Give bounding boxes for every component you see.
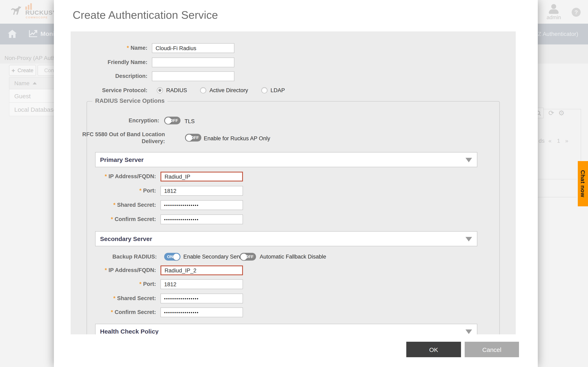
plus-icon: + [11, 67, 15, 74]
name-label: *Name: [73, 43, 147, 53]
screen: RUCKUS' COMMSCOPE ⚙ admin ? Monito [0, 0, 588, 367]
secondary-server-section-header[interactable]: Secondary Server [95, 231, 477, 246]
create-button-background[interactable]: + Create [9, 65, 36, 76]
secondary-port-label: *Port: [73, 279, 156, 289]
help-icon[interactable]: ? [572, 8, 581, 17]
radius-service-options-legend: RADIUS Service Options [92, 98, 167, 104]
required-asterisk: * [105, 267, 107, 273]
logo-commscope: COMMSCOPE [26, 16, 48, 19]
primary-shared-secret-field[interactable] [160, 200, 243, 210]
toggle-state-label: OFF [245, 253, 254, 261]
required-asterisk: * [113, 295, 116, 301]
service-protocol-label: Service Protocol: [73, 86, 147, 95]
dialog-title: Create Authentication Service [73, 9, 218, 22]
cancel-button[interactable]: Cancel [465, 342, 519, 357]
tab-non-proxy[interactable]: Non-Proxy (AP Authe [4, 55, 59, 61]
health-check-policy-title: Health Check Policy [100, 324, 159, 334]
toggle-state-label: OFF [170, 117, 178, 124]
primary-port-label: *Port: [73, 186, 156, 196]
primary-port-field[interactable] [160, 186, 243, 196]
row-local-database-label: Local Database [14, 106, 57, 113]
radio-ldap[interactable] [261, 87, 267, 93]
enable-secondary-server-label: Enable Secondary Server [183, 253, 246, 261]
backup-radius-toggle[interactable]: ON [164, 253, 181, 261]
required-asterisk: * [105, 173, 107, 179]
required-asterisk: * [127, 45, 129, 51]
create-authentication-service-dialog: Create Authentication Service *Name: Fri… [54, 0, 538, 367]
records-text-fragment: ds [539, 137, 545, 144]
create-button-label: Create [17, 67, 34, 73]
automatic-fallback-toggle[interactable]: OFF [240, 253, 256, 261]
primary-server-title: Primary Server [100, 152, 144, 167]
secondary-ip-field[interactable] [160, 266, 243, 275]
secondary-port-field[interactable] [160, 279, 243, 289]
friendly-name-label: Friendly Name: [73, 58, 147, 67]
rfc5580-suffix-label: Enable for Ruckus AP Only [204, 134, 270, 142]
automatic-fallback-label: Automatic Fallback Disable [260, 253, 326, 261]
ruckus-dog-icon [11, 6, 25, 16]
required-asterisk: * [113, 202, 116, 208]
description-field[interactable] [152, 71, 234, 81]
friendly-name-field[interactable] [152, 58, 234, 67]
health-check-policy-section-header[interactable]: Health Check Policy [95, 324, 477, 334]
secondary-confirm-secret-field[interactable] [160, 308, 243, 317]
ruckus-logo: RUCKUS' COMMSCOPE [10, 3, 55, 20]
secondary-confirm-secret-label: *Confirm Secret: [73, 308, 156, 317]
toggle-knob [173, 253, 180, 260]
secondary-shared-secret-label: *Shared Secret: [73, 294, 156, 303]
user-label: admin [546, 14, 561, 20]
secondary-ip-label: *IP Address/FQDN: [73, 266, 156, 275]
row-guest-label: Guest [14, 92, 31, 99]
backup-radius-label: Backup RADIUS: [73, 253, 157, 261]
required-asterisk: * [139, 281, 141, 287]
primary-ip-field[interactable] [160, 172, 243, 182]
radio-active-directory-label: Active Directory [209, 87, 248, 93]
ok-button[interactable]: OK [406, 342, 461, 357]
column-name-label: Name [14, 80, 30, 86]
pagination-next-icon[interactable]: » [565, 137, 568, 144]
encryption-label: Encryption: [73, 117, 159, 124]
encryption-toggle[interactable]: OFF [164, 117, 181, 124]
primary-shared-secret-label: *Shared Secret: [73, 200, 156, 210]
radio-radius[interactable] [157, 87, 163, 93]
primary-confirm-secret-label: *Confirm Secret: [73, 215, 156, 224]
toggle-state-label: ON [167, 253, 173, 261]
description-label: Description: [73, 71, 147, 81]
toggle-state-label: OFF [191, 134, 199, 142]
refresh-icon[interactable]: ⟳ [548, 109, 554, 117]
primary-server-section-header[interactable]: Primary Server [95, 152, 477, 167]
collapse-triangle-icon[interactable] [466, 329, 472, 334]
tls-label: TLS [185, 117, 195, 125]
secondary-shared-secret-field[interactable] [160, 294, 243, 303]
primary-ip-label: *IP Address/FQDN: [73, 172, 156, 182]
collapse-triangle-icon[interactable] [466, 158, 472, 162]
dialog-form-area: *Name: Friendly Name: Description: Servi… [71, 31, 516, 334]
chat-now-label: Chat now [580, 170, 586, 197]
logo-wordmark: RUCKUS' [25, 9, 54, 16]
rfc5580-label: RFC 5580 Out of Band Location Delivery: [73, 131, 165, 145]
sort-asc-icon [33, 82, 37, 84]
monitor-chart-icon [29, 29, 38, 38]
user-icon-body [549, 9, 559, 14]
table-settings-gear-icon[interactable]: ⚙ [558, 109, 565, 117]
rfc5580-toggle[interactable]: OFF [185, 134, 201, 142]
chat-now-tab[interactable]: Chat now [577, 161, 588, 206]
user-icon [552, 4, 556, 9]
home-icon[interactable] [7, 29, 17, 38]
pagination-page-number: 1 [557, 137, 560, 144]
radio-ldap-label: LDAP [270, 87, 285, 93]
pagination-prev-icon[interactable]: « [548, 137, 552, 144]
primary-confirm-secret-field[interactable] [160, 215, 243, 224]
required-asterisk: * [111, 216, 113, 222]
secondary-server-title: Secondary Server [100, 232, 152, 246]
user-menu[interactable]: admin [546, 4, 561, 20]
name-field[interactable] [152, 43, 234, 53]
collapse-triangle-icon[interactable] [466, 237, 472, 242]
radio-active-directory[interactable] [200, 87, 206, 93]
radio-radius-label: RADIUS [166, 87, 187, 93]
required-asterisk: * [111, 309, 113, 315]
required-asterisk: * [139, 188, 141, 194]
